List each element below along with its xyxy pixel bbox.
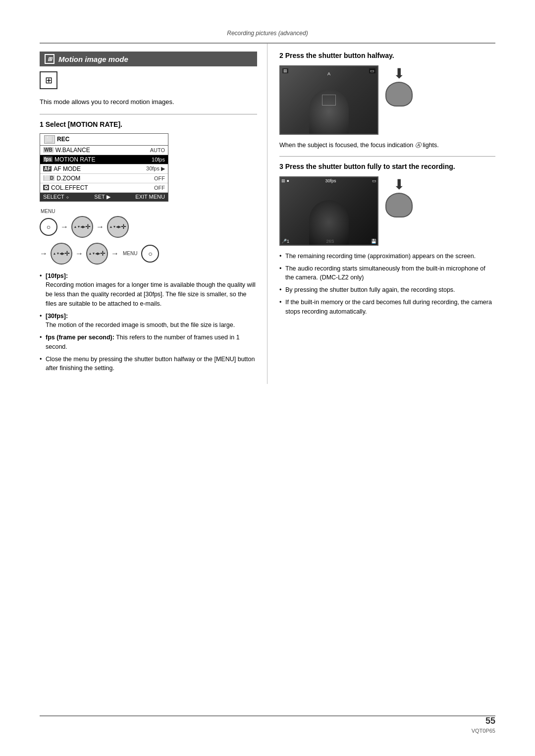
bullet-10fps-label: [10fps]: — [46, 272, 68, 279]
label-A-overlay: A — [327, 71, 330, 76]
bullet-close-text: Close the menu by pressing the shutter b… — [46, 356, 255, 372]
afmode-label: AF MODE — [54, 165, 81, 172]
menu-header: ⬜ REC — [40, 134, 168, 146]
step3-title: 3 Press the shutter button fully to star… — [279, 162, 495, 170]
wbalance-value: AUTO — [150, 147, 165, 153]
step2-lcd: A ⊞ ▭ — [279, 65, 378, 135]
cam-mode-indicator: ⊞ — [282, 68, 288, 73]
bullet-30fps-text: The motion of the recorded image is smoo… — [46, 322, 235, 328]
menu-row-wbalance: WB W.BALANCE AUTO — [40, 146, 168, 155]
step2-preview-wrapper: A ⊞ ▭ — [279, 65, 378, 135]
arrow-2: → — [96, 222, 104, 231]
step3-lcd: ⊞ ● 30fps ▭ 🎤1 26S 💾 — [279, 176, 378, 246]
dpad-4: ✛ — [86, 243, 108, 265]
step3-bullet-1-text: The remaining recording time (approximat… — [285, 253, 476, 260]
vqt-code: VQT0P65 — [472, 728, 495, 734]
subject-silhouette — [309, 89, 349, 134]
lcd-mode-rec: ⊞ ● — [281, 178, 289, 183]
lcd-audio-icon: 🎤1 — [281, 239, 289, 244]
rec-icon: ⬜ — [44, 135, 55, 144]
wb-icon: WB — [43, 147, 54, 153]
step3-section: 3 Press the shutter button fully to star… — [279, 162, 495, 317]
step3-cam-section: ⊞ ● 30fps ▭ 🎤1 26S 💾 — [279, 176, 495, 246]
menu-table: ⬜ REC WB W.BALANCE AUTO fps MOTION RATE — [40, 133, 168, 202]
step3-bullet-3: By pressing the shutter button fully aga… — [279, 285, 495, 295]
nav-row-1: MENU — [40, 209, 55, 214]
dzoom-value: OFF — [154, 175, 165, 181]
menu-row-afmode: AF AF MODE 30fps ▶ — [40, 164, 168, 174]
shutter-button-icon-2 — [385, 193, 413, 217]
dpad-3: ✛ — [51, 243, 72, 265]
page-number: 55 — [485, 716, 495, 726]
menu-footer: SELECT ⬦ SET ▶ EXIT MENU — [40, 193, 168, 201]
wbalance-label: W.BALANCE — [55, 147, 90, 154]
menu-footer-exit: EXIT MENU — [135, 194, 165, 200]
menu-header-label: REC — [57, 136, 69, 143]
step3-bullet-1: The remaining recording time (approximat… — [279, 252, 495, 261]
step3-preview-wrapper: ⊞ ● 30fps ▭ 🎤1 26S 💾 — [279, 176, 378, 246]
dzoom-label: D.ZOOM — [56, 175, 80, 182]
shutter-button-icon — [385, 82, 413, 107]
dpad-1: ✛ — [71, 216, 93, 238]
step3-shutter-area: ⬇ — [385, 176, 413, 217]
page: Recording pictures (advanced) ⊞ Motion i… — [0, 0, 535, 756]
step1-title: 1 Select [MOTION RATE]. — [40, 120, 257, 128]
focus-indicator-A: Ⓐ — [415, 142, 423, 149]
coleffect-label: COL.EFFECT — [51, 184, 88, 191]
bullet-10fps: [10fps]: Recording motion images for a l… — [40, 271, 257, 309]
afmode-value: 30fps ▶ — [146, 165, 165, 172]
bullet-30fps-label: [30fps]: — [46, 313, 68, 320]
fps-icon: fps — [43, 157, 53, 162]
bullet-10fps-text: Recording motion images for a longer tim… — [46, 281, 256, 307]
menu-footer-select: SELECT ⬦ — [43, 194, 69, 200]
nav-row-2: ○ → ✛ → ✛ — [40, 216, 129, 238]
menu-row-motionrate: fps MOTION RATE 10fps — [40, 155, 168, 164]
page-subtitle: Recording pictures (advanced) — [40, 30, 495, 37]
left-column: ⊞ Motion image mode ⊞ This mode allows y… — [40, 44, 268, 384]
step3-lcd-content: ⊞ ● 30fps ▭ 🎤1 26S 💾 — [280, 177, 377, 245]
step2-focus-note: When the subject is focused, the focus i… — [279, 141, 495, 150]
menu-row-coleffect: ✿ COL.EFFECT OFF — [40, 183, 168, 193]
menu-label-2: MENU — [123, 251, 137, 256]
step2-shutter-area: ⬇ — [385, 65, 413, 107]
down-arrow-icon-2: ⬇ — [393, 176, 405, 193]
lcd-battery: ▭ — [372, 178, 376, 183]
mode-icon-display: ⊞ — [40, 71, 57, 89]
down-arrow-icon: ⬇ — [393, 65, 405, 82]
motionrate-label: MOTION RATE — [54, 156, 95, 163]
section-title: Motion image mode — [58, 55, 128, 63]
menu-button: ○ — [40, 218, 57, 236]
bullet-list: [10fps]: Recording motion images for a l… — [40, 271, 257, 374]
content-area: ⊞ Motion image mode ⊞ This mode allows y… — [40, 43, 495, 384]
divider-1 — [40, 114, 257, 114]
menu-label-1: MENU — [41, 209, 55, 214]
bullet-fps-def: fps (frame per second): This refers to t… — [40, 333, 257, 352]
focus-note-text: When the subject is focused, the focus i… — [279, 142, 413, 149]
arrow-5: → — [111, 249, 119, 258]
step2-title: 2 Press the shutter button halfway. — [279, 52, 495, 59]
col-icon: ✿ — [43, 185, 49, 190]
step3-bullet-list: The remaining recording time (approximat… — [279, 252, 495, 317]
divider-2 — [279, 156, 495, 157]
menu-button-2: ○ — [141, 245, 159, 263]
lcd-top-bar: ⊞ ● 30fps ▭ — [281, 178, 376, 183]
arrow-4: → — [75, 249, 83, 258]
motion-mode-icon: ⊞ — [45, 54, 54, 64]
arrow-1: → — [60, 222, 68, 231]
step3-bullet-2-text: The audio recording starts simultaneousl… — [285, 265, 485, 281]
menu-row-dzoom: ⬜D D.ZOOM OFF — [40, 174, 168, 183]
step3-bullet-2: The audio recording starts simultaneousl… — [279, 264, 495, 283]
lcd-fps-display: 30fps — [325, 178, 336, 183]
nav-row-3: → ✛ → ✛ → MENU ○ — [40, 243, 159, 265]
step3-bullet-4-text: If the built-in memory or the card becom… — [285, 299, 492, 315]
bullet-close-menu: Close the menu by pressing the shutter b… — [40, 355, 257, 374]
coleffect-value: OFF — [154, 185, 165, 191]
dz-icon: ⬜D — [43, 175, 54, 181]
bullet-30fps: [30fps]: The motion of the recorded imag… — [40, 312, 257, 330]
af-icon: AF — [43, 166, 52, 171]
step2-cam-section: A ⊞ ▭ ⬇ — [279, 65, 495, 135]
motionrate-value: 10fps — [152, 157, 165, 162]
focus-note-text2: lights. — [423, 142, 439, 149]
step3-bullet-4: If the built-in memory or the card becom… — [279, 298, 495, 317]
dpad-2: ✛ — [107, 216, 129, 238]
